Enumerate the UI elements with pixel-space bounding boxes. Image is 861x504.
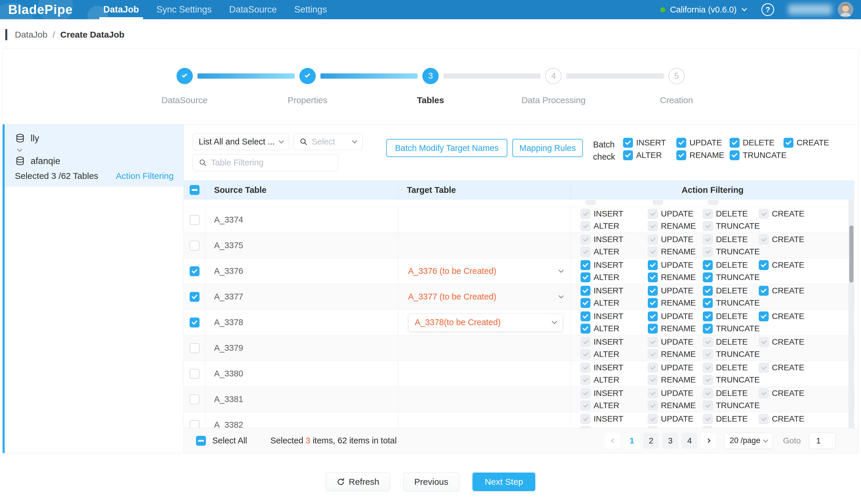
- action-filter-create[interactable]: CREATE: [759, 389, 805, 398]
- select-all-checkbox[interactable]: [190, 185, 200, 195]
- action-checkbox[interactable]: [759, 337, 769, 347]
- action-checkbox[interactable]: [580, 389, 590, 398]
- action-checkbox[interactable]: [648, 389, 658, 398]
- refresh-button[interactable]: Refresh: [326, 473, 390, 491]
- action-checkbox[interactable]: [703, 298, 713, 308]
- action-checkbox[interactable]: [580, 209, 590, 219]
- action-filter-delete[interactable]: DELETE: [703, 414, 759, 424]
- action-filter-alter[interactable]: ALTER: [623, 150, 676, 160]
- action-checkbox[interactable]: [703, 324, 713, 333]
- action-checkbox[interactable]: [703, 349, 713, 359]
- select-all-footer-checkbox[interactable]: [196, 436, 206, 446]
- target-table-select[interactable]: A_3378(to be Created): [408, 313, 563, 331]
- action-filter-update[interactable]: UPDATE: [648, 311, 703, 321]
- action-filtering-link[interactable]: Action Filtering: [116, 171, 174, 181]
- action-filter-insert[interactable]: INSERT: [623, 138, 676, 148]
- pagination-page-3[interactable]: 3: [662, 433, 678, 449]
- pagination-page-2[interactable]: 2: [643, 433, 659, 449]
- vertical-scrollbar-track[interactable]: [848, 200, 854, 428]
- action-checkbox[interactable]: [703, 389, 713, 398]
- row-checkbox[interactable]: [190, 266, 200, 276]
- action-filter-insert[interactable]: INSERT: [580, 209, 648, 219]
- action-checkbox[interactable]: [648, 414, 658, 424]
- action-checkbox[interactable]: [580, 414, 590, 424]
- action-checkbox[interactable]: [580, 298, 590, 308]
- table-select-dropdown[interactable]: Select: [293, 133, 363, 150]
- action-filter-rename[interactable]: RENAME: [648, 375, 703, 385]
- help-icon[interactable]: ?: [761, 3, 774, 16]
- mapping-rules-button[interactable]: Mapping Rules: [512, 139, 583, 157]
- action-checkbox[interactable]: [648, 260, 658, 270]
- action-checkbox[interactable]: [580, 221, 590, 231]
- action-filter-alter[interactable]: ALTER: [580, 298, 648, 308]
- action-filter-update[interactable]: UPDATE: [676, 138, 730, 148]
- action-filter-create[interactable]: CREATE: [759, 209, 805, 219]
- breadcrumb-parent[interactable]: DataJob: [15, 30, 47, 40]
- action-filter-delete[interactable]: DELETE: [703, 389, 759, 398]
- action-filter-alter[interactable]: ALTER: [580, 349, 648, 359]
- action-checkbox[interactable]: [623, 150, 633, 160]
- action-checkbox[interactable]: [730, 150, 740, 160]
- action-filter-insert[interactable]: INSERT: [580, 311, 648, 321]
- action-checkbox[interactable]: [580, 234, 590, 244]
- action-filter-insert[interactable]: INSERT: [580, 260, 648, 270]
- list-mode-select[interactable]: List All and Select ...: [193, 133, 289, 150]
- action-filter-create[interactable]: CREATE: [759, 363, 805, 372]
- action-filter-insert[interactable]: INSERT: [580, 389, 648, 398]
- chevron-down-icon[interactable]: [741, 6, 747, 11]
- action-checkbox[interactable]: [703, 414, 713, 424]
- row-checkbox[interactable]: [190, 241, 200, 250]
- action-checkbox[interactable]: [648, 247, 658, 257]
- action-filter-delete[interactable]: DELETE: [703, 311, 759, 321]
- action-checkbox[interactable]: [759, 311, 769, 321]
- row-checkbox[interactable]: [190, 420, 200, 428]
- action-checkbox[interactable]: [703, 400, 713, 410]
- action-filter-create[interactable]: CREATE: [759, 234, 805, 244]
- action-filter-alter[interactable]: ALTER: [580, 272, 648, 282]
- action-checkbox[interactable]: [703, 426, 713, 428]
- pagination-prev-button[interactable]: [605, 433, 620, 449]
- table-filter-search[interactable]: [193, 154, 338, 171]
- pagination-next-button[interactable]: [701, 433, 716, 449]
- row-checkbox[interactable]: [190, 369, 200, 379]
- action-filter-delete[interactable]: DELETE: [703, 260, 759, 270]
- action-checkbox[interactable]: [580, 426, 590, 428]
- action-filter-insert[interactable]: INSERT: [580, 337, 648, 347]
- action-filter-rename[interactable]: RENAME: [648, 221, 703, 231]
- action-filter-truncate[interactable]: TRUNCATE: [703, 247, 759, 257]
- action-filter-rename[interactable]: RENAME: [648, 324, 703, 333]
- action-checkbox[interactable]: [580, 311, 590, 321]
- action-filter-create[interactable]: CREATE: [759, 260, 805, 270]
- next-step-button[interactable]: Next Step: [473, 473, 535, 491]
- action-filter-delete[interactable]: DELETE: [703, 209, 759, 219]
- row-checkbox[interactable]: [190, 215, 200, 225]
- pagination-page-4[interactable]: 4: [682, 433, 697, 449]
- action-filter-create[interactable]: CREATE: [759, 286, 805, 296]
- action-checkbox[interactable]: [580, 375, 590, 385]
- action-filter-delete[interactable]: DELETE: [703, 363, 759, 372]
- action-filter-truncate[interactable]: TRUNCATE: [730, 150, 783, 160]
- action-checkbox[interactable]: [580, 324, 590, 333]
- action-checkbox[interactable]: [580, 247, 590, 257]
- action-checkbox[interactable]: [759, 260, 769, 270]
- table-filter-input[interactable]: [211, 158, 332, 167]
- action-filter-truncate[interactable]: TRUNCATE: [703, 426, 759, 428]
- action-checkbox[interactable]: [703, 260, 713, 270]
- chevron-down-icon[interactable]: [558, 268, 564, 273]
- action-checkbox[interactable]: [580, 286, 590, 296]
- action-filter-rename[interactable]: RENAME: [648, 247, 703, 257]
- action-filter-update[interactable]: UPDATE: [648, 363, 703, 372]
- action-filter-delete[interactable]: DELETE: [703, 234, 759, 244]
- action-filter-truncate[interactable]: TRUNCATE: [703, 324, 759, 333]
- action-filter-insert[interactable]: INSERT: [580, 234, 648, 244]
- action-checkbox[interactable]: [783, 138, 793, 148]
- action-checkbox[interactable]: [580, 363, 590, 372]
- action-filter-rename[interactable]: RENAME: [648, 400, 703, 410]
- cluster-region-label[interactable]: California (v0.6.0): [670, 5, 737, 15]
- action-checkbox[interactable]: [703, 286, 713, 296]
- action-checkbox[interactable]: [623, 138, 633, 148]
- previous-button[interactable]: Previous: [404, 473, 459, 491]
- action-checkbox[interactable]: [703, 247, 713, 257]
- action-checkbox[interactable]: [580, 260, 590, 270]
- nav-item-datajob[interactable]: DataJob: [95, 0, 148, 19]
